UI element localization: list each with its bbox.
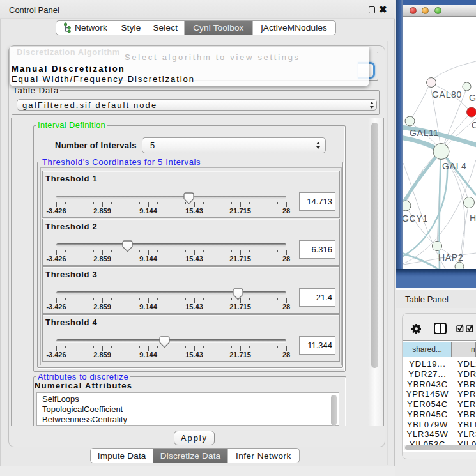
svg-text:C: C: [472, 120, 476, 130]
svg-text:GAL80: GAL80: [432, 89, 462, 100]
svg-text:GAL4: GAL4: [442, 161, 467, 171]
svg-text:GCY1: GCY1: [403, 213, 428, 224]
svg-text:HAP2: HAP2: [438, 252, 463, 263]
svg-text:HA: HA: [470, 213, 476, 223]
svg-text:GAL: GAL: [469, 93, 476, 103]
svg-text:GAL11: GAL11: [410, 128, 439, 138]
